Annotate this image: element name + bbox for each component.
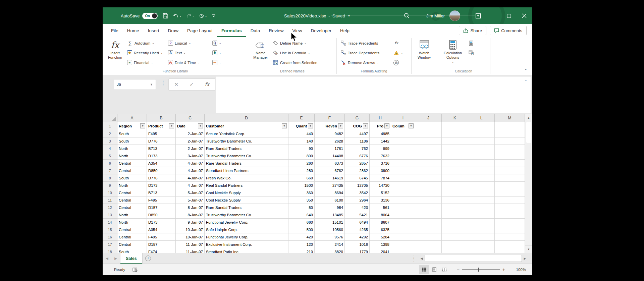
evaluate-formula-button[interactable]: fx — [392, 58, 409, 67]
cell-product[interactable]: D173 — [147, 182, 176, 189]
close-button[interactable] — [517, 7, 532, 24]
cell-revenue[interactable]: 14408 — [315, 152, 345, 160]
cell-region[interactable]: Central — [117, 233, 147, 241]
formula-input[interactable]: ⌃ — [216, 76, 531, 113]
filter-dropdown-icon[interactable]: ▼ — [308, 123, 313, 128]
more-functions-button[interactable]: ••• ⌄ — [211, 58, 225, 67]
cell-customer[interactable]: Rare Sandal Traders — [205, 204, 288, 211]
cell-customer[interactable]: Trustworthy Barometer Co. — [205, 211, 288, 219]
filter-header-cell[interactable]: COG▼ — [345, 122, 370, 130]
cell-profit[interactable]: 999 — [370, 145, 391, 152]
cell-product[interactable]: D776 — [147, 174, 176, 182]
cell-customer[interactable]: Trustworthy Barometer Co. — [205, 152, 288, 160]
autosave-toggle[interactable]: AutoSave On — [121, 13, 158, 19]
row-number-12[interactable]: 12 — [103, 204, 117, 211]
redo-button[interactable]: ⌄ — [186, 13, 195, 18]
empty-cell[interactable] — [495, 219, 525, 226]
empty-cell[interactable] — [415, 137, 442, 145]
cell-quantity[interactable]: 660 — [288, 174, 315, 182]
cell-quantity[interactable]: 660 — [288, 219, 315, 226]
empty-cell[interactable] — [468, 196, 495, 204]
undo-dropdown-caret[interactable]: ⌄ — [179, 14, 181, 17]
empty-cell[interactable] — [415, 189, 442, 196]
cell-revenue[interactable]: 13485 — [315, 211, 345, 219]
empty-cell[interactable] — [415, 182, 442, 189]
row-number-9[interactable]: 9 — [103, 182, 117, 189]
cell-profit[interactable]: 7874 — [370, 174, 391, 182]
show-formulas-button[interactable]: fx — [392, 38, 409, 48]
filter-header-cell[interactable]: Product▼ — [147, 122, 176, 130]
date-time-button[interactable]: ◷ Date & Time ⌄ — [166, 58, 211, 67]
calculation-options-button[interactable]: Calculation Options ⌄ — [439, 38, 467, 64]
insert-function-button[interactable]: fx Insert Function — [105, 38, 125, 60]
cancel-entry-icon[interactable]: ✕ — [174, 81, 178, 88]
cell-profit[interactable]: 5152 — [370, 189, 391, 196]
empty-cell[interactable] — [442, 145, 468, 152]
empty-cell[interactable] — [442, 189, 468, 196]
row-number-14[interactable]: 14 — [103, 219, 117, 226]
scroll-up-icon[interactable]: ▲ — [525, 114, 532, 121]
cell-date[interactable]: 3-Jan-07 — [176, 152, 205, 160]
column-header-J[interactable]: J — [415, 114, 442, 122]
empty-cell[interactable] — [468, 145, 495, 152]
filter-header-cell[interactable]: Pro▼ — [370, 122, 391, 130]
empty-cell[interactable] — [415, 167, 442, 174]
empty-cell[interactable] — [468, 219, 495, 226]
cell-cogs[interactable]: 6494 — [345, 219, 370, 226]
cell-date[interactable]: 5-Jan-07 — [176, 189, 205, 196]
empty-cell[interactable] — [495, 182, 525, 189]
column-header-H[interactable]: H — [370, 114, 391, 122]
empty-cell[interactable] — [468, 137, 495, 145]
row-number-11[interactable]: 11 — [103, 196, 117, 204]
empty-cell[interactable] — [391, 174, 415, 182]
cell-cogs[interactable]: 762 — [345, 145, 370, 152]
use-in-formula-button[interactable]: fx Use in Formula ⌄ — [271, 48, 331, 58]
cell-profit[interactable]: 5284 — [370, 233, 391, 241]
scroll-right-icon[interactable]: ▶ — [522, 255, 528, 262]
row-number-10[interactable]: 10 — [103, 189, 117, 196]
save-button[interactable] — [162, 13, 168, 19]
minimize-button[interactable]: ─ — [486, 7, 501, 24]
filter-header-cell[interactable]: Date▼ — [176, 122, 205, 130]
cell-region[interactable]: Central — [117, 189, 147, 196]
empty-cell[interactable] — [468, 174, 495, 182]
column-header-D[interactable]: D — [205, 114, 288, 122]
cell-quantity[interactable]: 500 — [288, 226, 315, 233]
empty-cell[interactable] — [391, 189, 415, 196]
calculate-now-button[interactable] — [467, 38, 480, 48]
cell-quantity[interactable]: 440 — [288, 130, 315, 137]
cell-cogs[interactable]: 4235 — [345, 226, 370, 233]
cell-region[interactable]: Central — [117, 167, 147, 174]
horizontal-scroll-thumb[interactable] — [425, 255, 522, 262]
cell-profit[interactable]: 6325 — [370, 226, 391, 233]
cell-quantity[interactable]: 350 — [288, 196, 315, 204]
empty-cell[interactable] — [442, 167, 468, 174]
empty-cell[interactable] — [415, 130, 442, 137]
empty-cell[interactable] — [415, 211, 442, 219]
vertical-scroll-thumb[interactable] — [526, 122, 531, 143]
empty-cell[interactable] — [442, 160, 468, 167]
hscroll-drag-handle[interactable]: ⋮⋮ — [412, 256, 416, 261]
page-break-preview-button[interactable] — [439, 265, 449, 274]
empty-cell[interactable] — [495, 189, 525, 196]
empty-cell[interactable] — [415, 248, 442, 253]
zoom-track[interactable] — [462, 269, 500, 270]
empty-cell[interactable] — [391, 130, 415, 137]
formula-bar-drag-handle[interactable]: ⋮⋮ — [161, 80, 166, 86]
cell-customer[interactable]: Cool Necktie Supply — [205, 196, 288, 204]
cell-product[interactable]: F495 — [147, 130, 176, 137]
empty-cell[interactable] — [468, 189, 495, 196]
cell-product[interactable]: F495 — [147, 233, 176, 241]
empty-cell[interactable] — [468, 226, 495, 233]
logical-button[interactable]: ? Logical ⌄ — [166, 38, 211, 48]
cell-customer[interactable]: Secure Yardstick Corp. — [205, 130, 288, 137]
row-number-3[interactable]: 3 — [103, 137, 117, 145]
filter-header-cell[interactable]: Region▼ — [117, 122, 147, 130]
column-header-E[interactable]: E — [288, 114, 315, 122]
lookup-reference-button[interactable]: Q ⌄ — [211, 38, 225, 48]
empty-cell[interactable] — [391, 204, 415, 211]
cell-date[interactable]: 2-Jan-07 — [176, 130, 205, 137]
cell-cogs[interactable]: 2964 — [345, 196, 370, 204]
cell-cogs[interactable]: 423 — [345, 204, 370, 211]
empty-cell[interactable] — [495, 211, 525, 219]
